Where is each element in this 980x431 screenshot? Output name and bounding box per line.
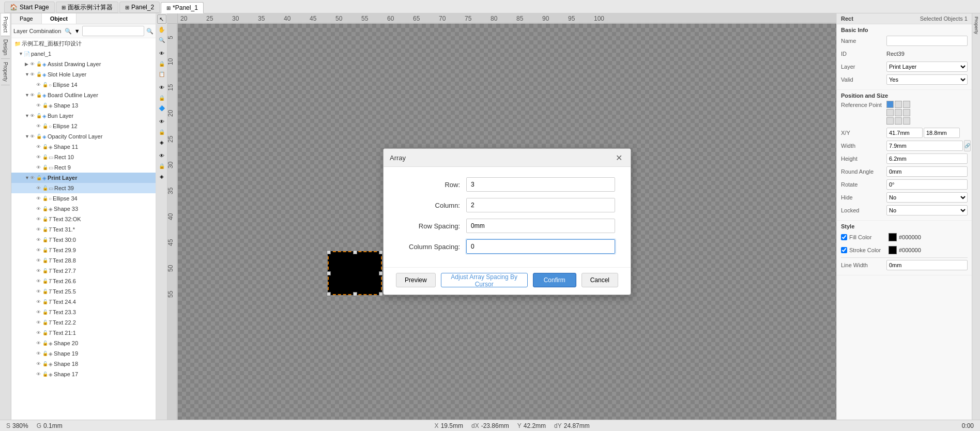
eye-r10[interactable]: 👁	[36, 155, 42, 160]
tool-e3[interactable]: 🔷	[157, 103, 166, 113]
eye-assist[interactable]: 👁	[30, 61, 36, 67]
eye-slot[interactable]: 👁	[30, 72, 36, 77]
eye-t24[interactable]: 👁	[36, 299, 42, 304]
eye-s19[interactable]: 👁	[36, 351, 42, 356]
v-tab-design[interactable]: Design	[1, 36, 10, 59]
name-input[interactable]	[886, 36, 968, 46]
line-width-input[interactable]	[886, 260, 968, 270]
eye-opacity[interactable]: 👁	[30, 134, 36, 139]
ref-dot-mc[interactable]	[895, 109, 902, 116]
search-icon-btn[interactable]: 🔍	[146, 26, 154, 36]
tool-e7[interactable]: 👁	[157, 151, 166, 160]
lock-t25[interactable]: 🔓	[42, 289, 49, 294]
lock-e34[interactable]: 🔓	[42, 196, 49, 201]
eye-board[interactable]: 👁	[30, 93, 36, 98]
lock-board[interactable]: 🔓	[36, 93, 42, 98]
round-angle-input[interactable]	[886, 166, 968, 177]
locked-select[interactable]: No Yes	[886, 205, 968, 216]
eye-s17[interactable]: 👁	[36, 372, 42, 377]
tool-e8[interactable]: 🔒	[157, 161, 166, 171]
tree-item-board[interactable]: ▼ 👁 🔓 ◈ Board Outline Layer	[11, 90, 156, 100]
column-input[interactable]	[466, 198, 615, 212]
stroke-color-swatch[interactable]	[889, 246, 897, 254]
ref-dot-tc[interactable]	[895, 101, 902, 108]
ref-dot-ml[interactable]	[886, 109, 894, 116]
tree-item-text26[interactable]: 👁 🔓 T Text 26.6	[11, 276, 156, 286]
eye-s13[interactable]: 👁	[36, 103, 42, 108]
eye-print[interactable]: 👁	[30, 175, 36, 180]
tree-item-text32[interactable]: 👁 🔓 T Text 32:OK	[11, 214, 156, 224]
ref-dot-br[interactable]	[903, 117, 910, 125]
tree-item-bun[interactable]: ▼ 👁 🔓 ◈ Bun Layer	[11, 111, 156, 121]
eye-r9[interactable]: 👁	[36, 165, 42, 170]
ref-dot-tr[interactable]	[903, 101, 910, 108]
right-v-tab-property[interactable]: Property	[973, 13, 980, 37]
eye-t28[interactable]: 👁	[36, 258, 42, 263]
ref-dot-mr[interactable]	[903, 109, 910, 116]
v-tab-property[interactable]: Property	[1, 59, 10, 85]
lock-s18[interactable]: 🔓	[42, 361, 49, 366]
tab-calculator[interactable]: ⊞ 面板示例:计算器	[56, 2, 118, 13]
tool-lock[interactable]: 🔒	[157, 59, 166, 68]
lock-t24[interactable]: 🔓	[42, 299, 49, 304]
eye-e12[interactable]: 👁	[36, 124, 42, 129]
tool-e5[interactable]: 🔒	[157, 127, 166, 136]
lock-r10[interactable]: 🔓	[42, 155, 49, 160]
adjust-cursor-button[interactable]: Adjust Array Spacing By Cursor	[441, 273, 528, 287]
lock-r39[interactable]: 🔓	[42, 186, 49, 191]
lock-opacity[interactable]: 🔓	[36, 134, 42, 139]
ref-dot-bl[interactable]	[886, 117, 894, 125]
confirm-button[interactable]: Confirm	[533, 273, 576, 287]
tab-page[interactable]: Page	[11, 13, 42, 24]
eye-t32[interactable]: 👁	[36, 217, 42, 222]
tree-item-text21[interactable]: 👁 🔓 T Text 21:1	[11, 328, 156, 338]
lock-s17[interactable]: 🔓	[42, 372, 49, 377]
tool-copy[interactable]: 📋	[157, 69, 166, 79]
stroke-color-checkbox[interactable]	[841, 247, 847, 253]
tree-item-text30[interactable]: 👁 🔓 T Text 30:0	[11, 235, 156, 245]
tree-item-rect10[interactable]: 👁 🔓 ▭ Rect 10	[11, 152, 156, 162]
ref-dot-bc[interactable]	[895, 117, 902, 125]
tree-item-opacity[interactable]: ▼ 👁 🔓 ◈ Opacity Control Layer	[11, 131, 156, 142]
eye-bun[interactable]: 👁	[30, 113, 36, 118]
height-input[interactable]	[886, 153, 968, 164]
tree-item-panel1[interactable]: ▼ 📄 panel_1	[11, 49, 156, 59]
eye-s11[interactable]: 👁	[36, 144, 42, 149]
eye-r39[interactable]: 👁	[36, 186, 42, 191]
tree-item-ellipse34[interactable]: 👁 🔓 ○ Ellipse 34	[11, 193, 156, 204]
eye-t25[interactable]: 👁	[36, 289, 42, 294]
v-tab-project[interactable]: Project	[1, 13, 10, 36]
lock-s13[interactable]: 🔓	[42, 103, 49, 108]
lock-t22[interactable]: 🔓	[42, 320, 49, 325]
eye-t22[interactable]: 👁	[36, 320, 42, 325]
tool-hand[interactable]: ✋	[157, 25, 166, 34]
width-input[interactable]	[886, 141, 963, 151]
tree-item-text23[interactable]: 👁 🔓 T Text 23.3	[11, 307, 156, 317]
eye-t31[interactable]: 👁	[36, 227, 42, 232]
cancel-button[interactable]: Cancel	[581, 273, 618, 287]
tool-eye[interactable]: 👁	[157, 49, 166, 58]
tree-item-slot[interactable]: ▼ 👁 🔓 ◈ Slot Hole Layer	[11, 69, 156, 80]
lock-t30[interactable]: 🔓	[42, 237, 49, 242]
lock-t26[interactable]: 🔓	[42, 279, 49, 284]
tree-item-assist[interactable]: ▶ 👁 🔓 ◈ Assist Drawing Layer	[11, 59, 156, 69]
tree-item-print[interactable]: ▼ 👁 🔓 ◈ Print Layer	[11, 173, 156, 183]
lock-t27[interactable]: 🔓	[42, 268, 49, 273]
dialog-close-button[interactable]: ✕	[613, 152, 624, 163]
filter-button[interactable]: ▼	[73, 26, 81, 36]
lock-s11[interactable]: 🔓	[42, 144, 49, 149]
rotate-input[interactable]	[886, 179, 968, 190]
tree-item-text31[interactable]: 👁 🔓 T Text 31.*	[11, 224, 156, 235]
lock-t28[interactable]: 🔓	[42, 258, 49, 263]
tree-item-text25[interactable]: 👁 🔓 T Text 25.5	[11, 286, 156, 297]
tree-item-text22[interactable]: 👁 🔓 T Text 22.2	[11, 317, 156, 328]
tree-item-ellipse14[interactable]: 👁 🔓 ○ Ellipse 14	[11, 80, 156, 90]
eye-s33[interactable]: 👁	[36, 206, 42, 211]
fill-color-checkbox[interactable]	[841, 234, 847, 240]
tool-e9[interactable]: ◈	[157, 172, 166, 181]
lock-s19[interactable]: 🔓	[42, 351, 49, 356]
lock-assist[interactable]: 🔓	[36, 61, 42, 67]
column-spacing-input[interactable]	[466, 239, 615, 254]
tool-e4[interactable]: 👁	[157, 117, 166, 126]
lock-t29[interactable]: 🔓	[42, 248, 49, 253]
